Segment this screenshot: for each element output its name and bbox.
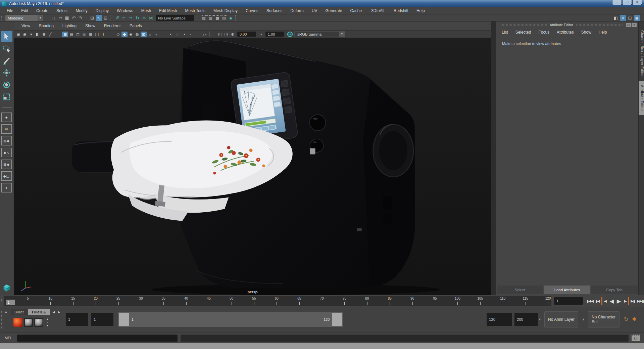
menu-mesh-display[interactable]: Mesh Display (209, 8, 242, 13)
copy-tab-button[interactable]: Copy Tab (591, 286, 638, 294)
ipr-render-icon[interactable]: ▩ (214, 15, 220, 20)
scale-tool[interactable] (1, 91, 12, 102)
animation-start-field[interactable]: 1 (66, 313, 88, 326)
occlusion-icon[interactable]: ◐ (168, 32, 174, 37)
menu-edit-mesh[interactable]: Edit Mesh (155, 8, 181, 13)
menu-curves[interactable]: Curves (242, 8, 262, 13)
ae-menu-attributes[interactable]: Attributes (553, 30, 578, 35)
viewport-persp[interactable]: persp (14, 38, 491, 295)
tool-settings-toggle-icon[interactable]: ⊡ (627, 15, 633, 21)
menu-3dtoall[interactable]: -3DtoAll- (366, 8, 390, 13)
panel-menu-renderer[interactable]: Renderer (100, 24, 125, 28)
ae-menu-selected[interactable]: Selected (512, 30, 535, 35)
live-surface-link-icon[interactable]: ⋈ (148, 15, 154, 21)
rotate-tool[interactable] (1, 79, 12, 90)
shelf-next-tab-icon[interactable]: ▶ (57, 309, 61, 315)
range-start-handle[interactable] (119, 313, 129, 326)
select-camera-icon[interactable]: ▣ (15, 32, 21, 37)
go-to-start-button[interactable]: ▮◀◀ (586, 297, 594, 305)
shelf-scroll-down-icon[interactable]: ▼ (45, 324, 49, 327)
save-scene-icon[interactable]: ▦ (64, 15, 70, 21)
panel-menu-lighting[interactable]: Lighting (58, 24, 81, 28)
menu-surfaces[interactable]: Surfaces (262, 8, 286, 13)
shelf-item-bullet-solver[interactable] (13, 318, 22, 327)
history-icon[interactable]: ↻ (134, 15, 141, 21)
close-button[interactable]: × (632, 0, 642, 5)
step-forward-frame-button[interactable]: ▶▮ (630, 297, 636, 305)
color-management-toggle[interactable]: ON (287, 32, 293, 37)
shelf-item-material-sphere-2[interactable] (34, 318, 43, 327)
single-pane-layout-button[interactable]: ◈ (1, 113, 12, 122)
drag-handle[interactable] (576, 24, 623, 26)
panel-menu-view[interactable]: View (17, 24, 35, 28)
attribute-editor-titlebar[interactable]: Attribute Editor ◱× (496, 21, 638, 28)
minimize-button[interactable]: – (612, 0, 622, 5)
chevron-down-icon[interactable]: ▼ (582, 318, 585, 321)
ae-menu-list[interactable]: List (498, 30, 512, 35)
tab-attribute-editor[interactable]: Attribute Editor (639, 81, 644, 115)
textured-icon[interactable]: ⊠ (141, 32, 147, 37)
view-transform-dropdown[interactable]: sRGB gamma ▼ (294, 31, 345, 37)
anti-alias-icon[interactable]: ◑ (181, 32, 187, 37)
attribute-editor-toggle-icon[interactable]: ≡ (620, 15, 626, 21)
current-time-field[interactable]: 1 (554, 297, 583, 305)
menu-select[interactable]: Select (52, 8, 71, 13)
menu-deform[interactable]: Deform (286, 8, 307, 13)
anim-layer-dropdown[interactable]: No Anim Layer (544, 311, 578, 328)
title-bar[interactable]: Autodesk Maya 2016: untitled* –▢× (0, 0, 644, 7)
render-current-frame-icon[interactable]: ▨ (207, 15, 214, 20)
render-settings-icon[interactable]: ▤ (221, 15, 227, 20)
step-back-frame-button[interactable]: ▮◀ (594, 297, 601, 305)
shelf-tab-bullet[interactable]: Bullet (11, 309, 28, 315)
toolbox-plugin-icon[interactable] (2, 283, 12, 294)
snap-to-points-icon[interactable]: ⊡ (102, 15, 109, 21)
undo-icon[interactable]: ↶ (70, 15, 77, 21)
playback-end-field[interactable]: 120 (487, 313, 512, 326)
persp-graph-layout-button[interactable]: ◆∿ (1, 148, 12, 157)
input-connections-icon[interactable]: ⊂ (121, 15, 127, 21)
exposure-icon[interactable]: ⊛ (230, 32, 236, 37)
field-chart-icon[interactable]: ⊟ (88, 32, 94, 37)
script-editor-icon[interactable]: {;} (632, 335, 640, 341)
construction-history-icon[interactable]: ∞ (141, 15, 147, 21)
menu-edit[interactable]: Edit (17, 8, 32, 13)
command-line-input[interactable] (17, 335, 178, 342)
xray-icon[interactable]: ◰ (217, 32, 223, 37)
exposure-field[interactable]: 0.00 (237, 32, 256, 37)
ae-menu-help[interactable]: Help (595, 30, 611, 35)
menu-modify[interactable]: Modify (71, 8, 91, 13)
play-backwards-button[interactable]: ◀ (608, 297, 615, 305)
image-plane-icon[interactable]: ◧ (35, 32, 41, 37)
command-line-mode-label[interactable]: MEL (5, 336, 14, 340)
playback-start-field[interactable]: 1 (91, 313, 113, 326)
maximize-button[interactable]: ▢ (622, 0, 632, 5)
bookmark-icon[interactable]: ▾ (28, 32, 34, 37)
two-d-pan-zoom-icon[interactable]: ⊕ (41, 32, 47, 37)
paint-select-tool[interactable] (1, 55, 12, 66)
lighting-icon[interactable]: ☼ (147, 32, 153, 37)
menu-mesh-tools[interactable]: Mesh Tools (181, 8, 209, 13)
close-panel-icon[interactable]: × (632, 23, 637, 27)
default-material-icon[interactable]: ◍ (134, 32, 140, 37)
wireframe-icon[interactable]: ◇ (115, 32, 121, 37)
animation-end-field[interactable]: 200 (514, 313, 538, 326)
gamma-field[interactable]: 1.00 (265, 32, 284, 37)
more-layouts-button[interactable]: ▾ (1, 183, 12, 192)
move-tool[interactable] (1, 67, 12, 78)
snap-to-grids-icon[interactable]: ⊞ (89, 15, 95, 21)
render-view-icon[interactable]: ▧ (201, 15, 207, 20)
smooth-shade-icon[interactable]: ◆ (121, 32, 128, 37)
load-attributes-button[interactable]: Load Attributes (544, 286, 591, 294)
snap-to-curves-icon[interactable]: ∿ (96, 15, 102, 21)
new-scene-icon[interactable]: ▯ (50, 15, 57, 21)
play-forwards-button[interactable]: ▶ (615, 297, 622, 305)
shelf-item-material-sphere-1[interactable] (24, 318, 33, 327)
shadows-icon[interactable]: ◒ (153, 32, 159, 37)
grease-pencil-icon[interactable]: ╱ (47, 32, 53, 37)
menu-mesh[interactable]: Mesh (137, 8, 155, 13)
menu-cache[interactable]: Cache (346, 8, 366, 13)
camera-attributes-icon[interactable]: ◉ (22, 32, 28, 37)
character-set-dropdown[interactable]: No Character Set (588, 311, 620, 328)
range-slider[interactable]: 1 120 (118, 312, 343, 327)
menu-create[interactable]: Create (32, 8, 52, 13)
